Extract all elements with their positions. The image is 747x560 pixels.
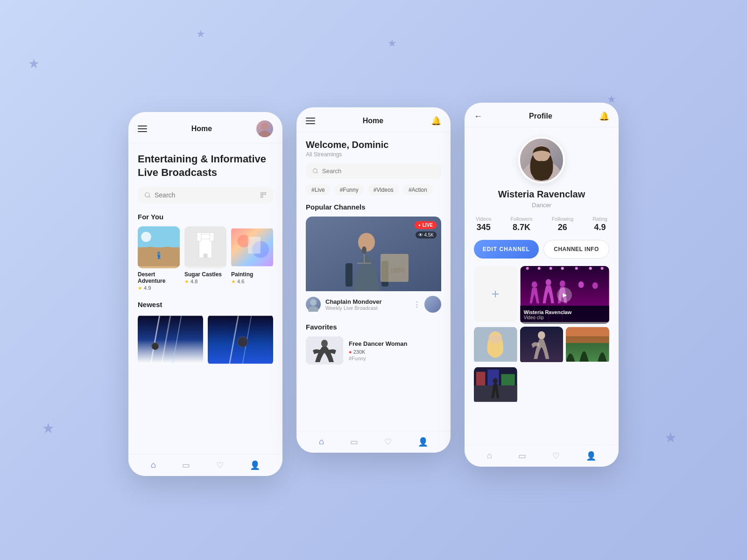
deco-star-5: ★: [388, 37, 397, 49]
nav-screen-icon[interactable]: ▭: [182, 460, 190, 470]
star-icon-3: ★: [231, 279, 236, 284]
channel-thumb: 1650 LIVE 👁 4.5K: [306, 217, 441, 291]
star-icon-2: ★: [184, 279, 189, 284]
svg-point-1: [259, 131, 271, 137]
stat-followers-label: Followers: [511, 216, 533, 222]
edit-channel-button[interactable]: EDIT CHANNEL: [474, 240, 539, 259]
search-bar[interactable]: [138, 187, 273, 203]
newest-cards: [138, 314, 273, 368]
video-thumb-2[interactable]: [520, 327, 564, 364]
svg-point-60: [549, 267, 552, 270]
favorites-section: Favorites Free Dancer Woman ●: [306, 323, 441, 364]
svg-rect-20: [138, 316, 203, 364]
nav2-screen-icon[interactable]: ▭: [350, 437, 358, 447]
live-badge: LIVE: [415, 221, 437, 229]
channel-action-btn[interactable]: [424, 296, 441, 313]
svg-point-37: [362, 246, 366, 254]
bell-icon[interactable]: 🔔: [431, 116, 441, 126]
phone3-header: ← Profile 🔔: [465, 103, 619, 127]
video-thumb-4[interactable]: [474, 367, 517, 404]
featured-video-sub: Video clip: [524, 315, 606, 320]
channel-info-row: Chaplain Mondover Weekly Live Broadcast …: [306, 291, 441, 317]
video-thumb-3[interactable]: [566, 327, 609, 364]
svg-point-62: [575, 267, 578, 270]
fav-title: Free Dancer Woman: [349, 340, 407, 347]
nav2-home-icon[interactable]: ⌂: [319, 437, 324, 447]
fav-tag: #Funny: [349, 356, 407, 361]
card-concert2-thumb: [208, 314, 273, 365]
fav-card[interactable]: Free Dancer Woman ● 230K #Funny: [306, 336, 441, 364]
card-concert1[interactable]: [138, 314, 203, 368]
svg-rect-19: [248, 237, 261, 254]
play-icon[interactable]: ▶: [557, 287, 572, 302]
for-you-cards: 👤 Desert Adventure ★ 4.9: [138, 226, 273, 291]
bell-icon-3[interactable]: 🔔: [599, 111, 609, 121]
add-video-button[interactable]: [474, 266, 517, 322]
channel-name: Chaplain Mondover: [325, 298, 382, 305]
tag-funny[interactable]: #Funny: [334, 184, 364, 196]
nav3-home-icon[interactable]: ⌂: [487, 451, 492, 461]
card-painting[interactable]: Painting ★ 4.6: [231, 226, 273, 291]
nav-user-icon[interactable]: 👤: [250, 460, 260, 470]
phone1-bottom-nav: ⌂ ▭ ♡ 👤: [128, 454, 282, 476]
tag-videos[interactable]: #Videos: [368, 184, 399, 196]
profile-avatar: [518, 137, 565, 183]
card-castles[interactable]: Sugar Castles ★ 4.8: [184, 226, 226, 291]
svg-rect-5: [264, 193, 266, 195]
nav3-screen-icon[interactable]: ▭: [518, 451, 526, 461]
svg-line-3: [149, 196, 150, 198]
search-input-2[interactable]: [322, 168, 401, 175]
back-button[interactable]: ←: [474, 112, 482, 121]
nav-heart-icon[interactable]: ♡: [216, 460, 224, 470]
svg-line-30: [317, 172, 317, 173]
svg-point-51: [559, 280, 565, 287]
popular-channels-title: Popular Channels: [306, 203, 441, 211]
stat-rating-label: Rating: [592, 216, 607, 222]
featured-video[interactable]: Wisteria Ravenclaw Video clip ▶: [520, 266, 609, 324]
deco-star-4: ★: [42, 420, 55, 436]
svg-point-29: [313, 169, 317, 173]
nav3-heart-icon[interactable]: ♡: [552, 451, 560, 461]
nav-home-icon[interactable]: ⌂: [151, 460, 156, 470]
video-thumb-1[interactable]: [474, 327, 517, 364]
tag-action[interactable]: #Action: [403, 184, 433, 196]
tag-live[interactable]: #Live: [306, 184, 331, 196]
nav3-user-icon[interactable]: 👤: [586, 451, 596, 461]
svg-point-24: [152, 343, 159, 350]
svg-text:1650: 1650: [390, 266, 404, 274]
svg-point-59: [537, 267, 540, 270]
svg-rect-74: [476, 372, 486, 385]
live-text: LIVE: [423, 223, 433, 228]
svg-point-63: [589, 267, 592, 270]
stats-row: Videos 345 Followers 8.7K Following 26 R…: [474, 216, 609, 232]
hamburger-menu[interactable]: [138, 126, 147, 132]
svg-text:👤: 👤: [157, 255, 161, 259]
svg-point-68: [538, 331, 545, 340]
more-icon[interactable]: ⋮: [413, 300, 421, 309]
phone1-title: Home: [191, 125, 212, 133]
nav2-user-icon[interactable]: 👤: [418, 437, 428, 447]
tags-row: #Live #Funny #Videos #Action: [306, 184, 441, 196]
card-concert2[interactable]: [208, 314, 273, 368]
nav2-heart-icon[interactable]: ♡: [384, 437, 392, 447]
avatar[interactable]: [256, 120, 273, 137]
search-input[interactable]: [155, 191, 256, 199]
card-desert-label: Desert Adventure: [138, 271, 180, 284]
phone3-content: Wisteria Ravenclaw Dancer Videos 345 Fol…: [465, 127, 619, 413]
all-streamings-label: All Streamings: [306, 151, 441, 158]
card-painting-thumb: [231, 226, 273, 268]
phone2-search-bar[interactable]: [306, 163, 441, 179]
channel-card[interactable]: 1650 LIVE 👁 4.5K Chaplain Mondover: [306, 217, 441, 317]
featured-video-title: Wisteria Ravenclaw: [524, 309, 606, 315]
fav-info: Free Dancer Woman ● 230K #Funny: [349, 340, 407, 361]
deco-star-1: ★: [28, 56, 40, 71]
svg-point-77: [493, 378, 498, 384]
fav-dancer-thumb: [306, 336, 343, 364]
hamburger-menu-2[interactable]: [306, 118, 315, 124]
card-concert1-thumb: [138, 314, 203, 365]
channel-info-button[interactable]: CHANNEL INFO: [543, 240, 609, 259]
star-icon: ★: [138, 285, 142, 291]
card-desert[interactable]: 👤 Desert Adventure ★ 4.9: [138, 226, 180, 291]
red-dot: ●: [349, 349, 352, 355]
svg-rect-4: [261, 193, 263, 195]
